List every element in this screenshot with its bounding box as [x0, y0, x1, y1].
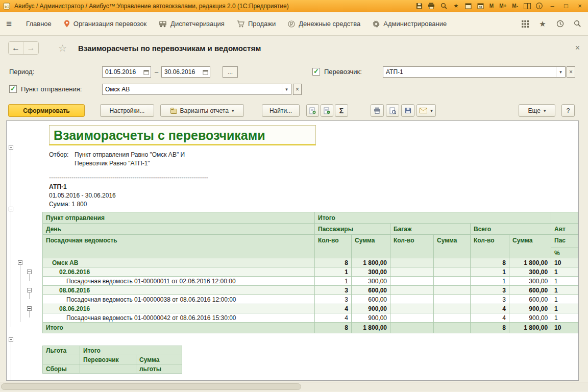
benefit-sum-header[interactable]: Сумма — [136, 355, 182, 364]
maximize-button[interactable]: □ — [561, 2, 571, 11]
settings-button[interactable]: Настройки... — [100, 104, 154, 117]
tree-expander[interactable] — [27, 270, 32, 274]
find-button[interactable]: Найти... — [262, 104, 300, 117]
row-value[interactable]: 10 — [551, 258, 579, 267]
collapse-groups-button[interactable] — [321, 104, 333, 117]
col-header-sum[interactable]: Сумма — [434, 235, 471, 258]
col-header-all[interactable]: Всего — [471, 224, 551, 235]
print-icon[interactable] — [427, 2, 436, 10]
row-value[interactable]: 3 — [471, 286, 509, 295]
row-value[interactable]: 300,00 — [509, 267, 551, 277]
memory-m-button[interactable]: M — [488, 2, 495, 10]
carrier-clear-button[interactable]: × — [567, 66, 575, 78]
filter-line[interactable]: Перевозчик Равно "АТП-1" — [75, 159, 185, 168]
row-value[interactable] — [434, 286, 471, 295]
row-value[interactable]: 900,00 — [509, 304, 551, 313]
report-period[interactable]: 01.05.2016 - 30.06.2016 — [49, 191, 579, 200]
col-header-departure[interactable]: Пункт отправления — [43, 212, 315, 224]
row-value[interactable]: 1 — [471, 267, 509, 277]
main-menu-icon[interactable]: ≡ — [6, 18, 12, 30]
row-value[interactable]: 3 — [315, 286, 352, 295]
row-label[interactable]: 02.06.2016 — [43, 267, 315, 277]
row-value[interactable]: 4 — [315, 313, 352, 323]
save-icon[interactable] — [415, 2, 424, 10]
tree-expander[interactable] — [9, 337, 13, 342]
row-value[interactable]: 300,00 — [352, 277, 390, 286]
row-label[interactable]: 08.06.2016 — [43, 304, 315, 313]
row-value[interactable]: 1 — [551, 286, 579, 295]
period-to-calendar-button[interactable] — [201, 66, 210, 78]
row-value[interactable]: 4 — [315, 304, 352, 313]
menu-item-prodazhi[interactable]: Продажи — [231, 17, 282, 31]
back-button[interactable]: ← — [9, 42, 23, 54]
favorite-toggle-icon[interactable]: ☆ — [58, 42, 67, 54]
save-button[interactable] — [401, 104, 414, 117]
tree-expander[interactable] — [18, 260, 22, 265]
col-header-qty[interactable]: Кол-во — [390, 235, 434, 258]
benefit-col-header[interactable]: Льгота — [43, 346, 80, 355]
row-value[interactable]: 900,00 — [352, 304, 390, 313]
row-value[interactable] — [434, 304, 471, 313]
tree-expander[interactable] — [9, 145, 13, 150]
row-value[interactable] — [434, 277, 471, 286]
benefit-empty-cell[interactable] — [43, 355, 80, 364]
horizontal-scrollbar[interactable] — [0, 382, 588, 391]
memory-m-plus-button[interactable]: M+ — [498, 2, 507, 10]
search-icon[interactable] — [573, 19, 582, 29]
row-value[interactable]: 600,00 — [352, 286, 390, 295]
row-label[interactable]: Посадочная ведомость 01-00000042 от 08.0… — [43, 313, 315, 323]
row-value[interactable] — [390, 277, 434, 286]
scrollbar-thumb[interactable] — [1, 383, 301, 390]
row-value[interactable]: 3 — [471, 295, 509, 304]
row-value[interactable]: 1 — [315, 267, 352, 277]
row-value[interactable]: 300,00 — [352, 267, 390, 277]
departure-combo[interactable]: Омск АВ ▾ — [102, 84, 291, 95]
minimize-button[interactable]: – — [547, 2, 557, 11]
row-value[interactable] — [434, 295, 471, 304]
row-value[interactable]: 8 — [471, 258, 509, 267]
col-header-percent[interactable]: % — [551, 248, 579, 258]
row-value[interactable] — [390, 267, 434, 277]
help-button[interactable]: ? — [561, 104, 575, 117]
calendar-icon[interactable] — [464, 2, 473, 10]
chevron-down-icon[interactable]: ▾ — [556, 67, 565, 77]
row-value[interactable]: 600,00 — [352, 295, 390, 304]
row-value[interactable] — [390, 313, 434, 323]
row-value[interactable]: 4 — [471, 313, 509, 323]
col-header-qty[interactable]: Кол-во — [471, 235, 509, 258]
row-value[interactable]: 1 800,00 — [509, 258, 551, 267]
row-value[interactable] — [390, 286, 434, 295]
apps-grid-icon[interactable] — [521, 19, 530, 29]
carrier-combo[interactable]: АТП-1 ▾ — [383, 66, 566, 78]
col-header-extra[interactable] — [551, 212, 579, 224]
row-value[interactable]: 3 — [315, 295, 352, 304]
period-to-input[interactable]: 30.06.2016 — [161, 66, 201, 78]
menu-item-administrirovanie[interactable]: Администрирование — [366, 17, 453, 31]
col-header-sum[interactable]: Сумма — [352, 235, 390, 258]
col-header-day[interactable]: День — [43, 224, 315, 235]
benefit-empty-cell[interactable] — [80, 364, 136, 374]
benefit-row-label[interactable]: Сборы — [43, 364, 80, 374]
totals-button[interactable]: Σ — [335, 104, 348, 117]
calendar-31-icon[interactable]: 31 — [476, 2, 485, 10]
period-from-input[interactable]: 01.05.2016 — [102, 66, 142, 78]
print-button[interactable] — [371, 104, 384, 117]
row-value[interactable]: 1 — [551, 277, 579, 286]
tree-expander[interactable] — [27, 288, 32, 292]
row-value[interactable] — [434, 323, 471, 333]
period-from-calendar-button[interactable] — [141, 66, 151, 78]
memory-m-minus-button[interactable]: M- — [511, 2, 519, 10]
row-value[interactable]: 8 — [315, 258, 352, 267]
row-value[interactable]: 1 800,00 — [352, 323, 390, 333]
row-value[interactable]: 1 — [551, 267, 579, 277]
add-favorite-icon[interactable]: ★ — [452, 2, 460, 10]
row-value[interactable]: 900,00 — [509, 313, 551, 323]
col-header-baggage[interactable]: Багаж — [390, 224, 471, 235]
row-value[interactable]: 1 — [551, 295, 579, 304]
row-value[interactable]: 600,00 — [509, 295, 551, 304]
row-value[interactable] — [390, 258, 434, 267]
col-header-qty[interactable]: Кол-во — [315, 235, 352, 258]
row-value[interactable] — [390, 323, 434, 333]
report-variants-button[interactable]: Варианты отчета ▾ — [160, 104, 244, 117]
col-header-clipped[interactable]: Пас — [551, 235, 579, 248]
